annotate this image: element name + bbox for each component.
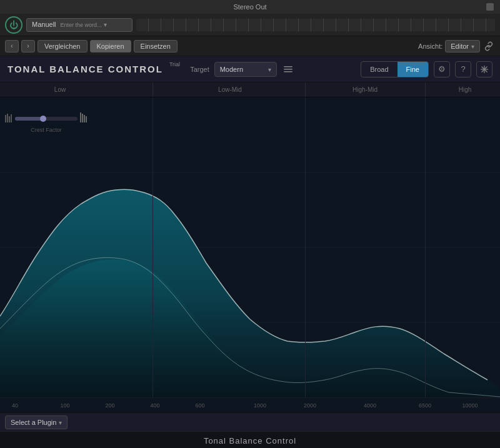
ansicht-label: Ansicht: [418, 42, 442, 50]
svg-rect-11 [80, 112, 81, 122]
freq-tick-4000: 4000 [364, 402, 376, 409]
window-controls[interactable] [486, 3, 494, 11]
freq-tick-400: 400 [150, 402, 159, 409]
plugin-select-dropdown[interactable]: Select a Plugin [5, 416, 68, 429]
window-title: Stereo Out [233, 3, 266, 11]
footer-bar: Tonal Balance Control [0, 431, 500, 448]
transport-bar: ⏻ Manuell Enter the word... [0, 14, 500, 36]
preset-chevron-icon [104, 21, 107, 28]
magic-button[interactable] [476, 61, 492, 77]
svg-rect-7 [5, 115, 6, 122]
low-label: Low [54, 86, 66, 93]
freq-axis: 40 100 200 400 600 1000 2000 4000 6500 1… [0, 397, 500, 412]
power-icon: ⏻ [9, 20, 18, 30]
svg-rect-13 [84, 115, 85, 122]
back-button[interactable]: ‹ [5, 40, 19, 52]
vdiv-low-mid [152, 97, 153, 397]
freq-tick-1000: 1000 [254, 402, 266, 409]
freq-tick-100: 100 [60, 402, 69, 409]
kopieren-button[interactable]: Kopieren [90, 40, 131, 52]
vergleichen-button[interactable]: Vergleichen [38, 40, 88, 52]
svg-rect-12 [82, 114, 83, 122]
target-chevron-icon [268, 66, 271, 73]
svg-rect-1 [284, 69, 292, 70]
bars-left-icon [5, 112, 12, 124]
plugin-title: TONAL BALANCE CONTROL [8, 64, 163, 74]
preset-dropdown[interactable]: Manuell Enter the word... [26, 18, 132, 32]
chart-area: Crest Factor [0, 97, 500, 397]
high-label: High [459, 86, 472, 93]
plugin-header: TONAL BALANCE CONTROL Trial Target Moder… [0, 56, 500, 82]
footer-title: Tonal Balance Control [204, 436, 296, 446]
crest-slider-row [5, 112, 88, 124]
freq-tick-40: 40 [12, 402, 18, 409]
freq-tick-6500: 6500 [419, 402, 431, 409]
editor-chevron-icon [471, 42, 474, 50]
timeline-ruler [136, 19, 495, 31]
crest-label: Crest Factor [31, 127, 62, 133]
nav-bar: ‹ › Vergleichen Kopieren Einsetzen Ansic… [0, 36, 500, 56]
link-button[interactable] [482, 40, 495, 52]
power-button[interactable]: ⏻ [5, 16, 22, 34]
target-dropdown[interactable]: Modern [214, 62, 277, 77]
menu-icon[interactable] [282, 63, 294, 76]
settings-button[interactable]: ⚙ [434, 61, 450, 77]
trial-badge: Trial [169, 61, 180, 67]
crest-area: Crest Factor [5, 112, 88, 133]
crest-track[interactable] [15, 117, 78, 121]
svg-rect-0 [284, 66, 292, 67]
broad-button[interactable]: Broad [361, 62, 397, 77]
bars-right-icon [80, 112, 88, 124]
crest-thumb[interactable] [40, 116, 46, 122]
freq-tick-10000: 10000 [462, 402, 478, 409]
low-mid-label: Low-Mid [218, 86, 242, 93]
forward-button[interactable]: › [21, 40, 35, 52]
fine-button[interactable]: Fine [398, 62, 428, 77]
svg-rect-8 [7, 114, 8, 122]
freq-band-labels: Low Low-Mid High-Mid High [0, 82, 500, 97]
top-bar: Stereo Out [0, 0, 500, 14]
svg-rect-2 [284, 71, 292, 72]
freq-tick-200: 200 [105, 402, 114, 409]
high-mid-label: High-Mid [352, 86, 378, 93]
plugin-select-chevron-icon [59, 419, 62, 426]
einsetzen-button[interactable]: Einsetzen [134, 40, 178, 52]
timeline-area [136, 19, 495, 31]
bottom-bar: Select a Plugin [0, 412, 500, 431]
target-label: Target [190, 66, 209, 73]
freq-tick-2000: 2000 [304, 402, 316, 409]
svg-rect-9 [9, 116, 10, 122]
svg-rect-14 [86, 116, 87, 122]
vdiv-high [425, 97, 426, 397]
vdiv-high-mid [305, 97, 306, 397]
preset-hint: Enter the word... [61, 22, 102, 28]
freq-tick-600: 600 [195, 402, 204, 409]
svg-rect-10 [11, 114, 12, 122]
help-button[interactable]: ? [455, 61, 471, 77]
editor-dropdown[interactable]: Editor [445, 40, 480, 52]
broad-fine-group: Broad Fine [361, 61, 429, 77]
